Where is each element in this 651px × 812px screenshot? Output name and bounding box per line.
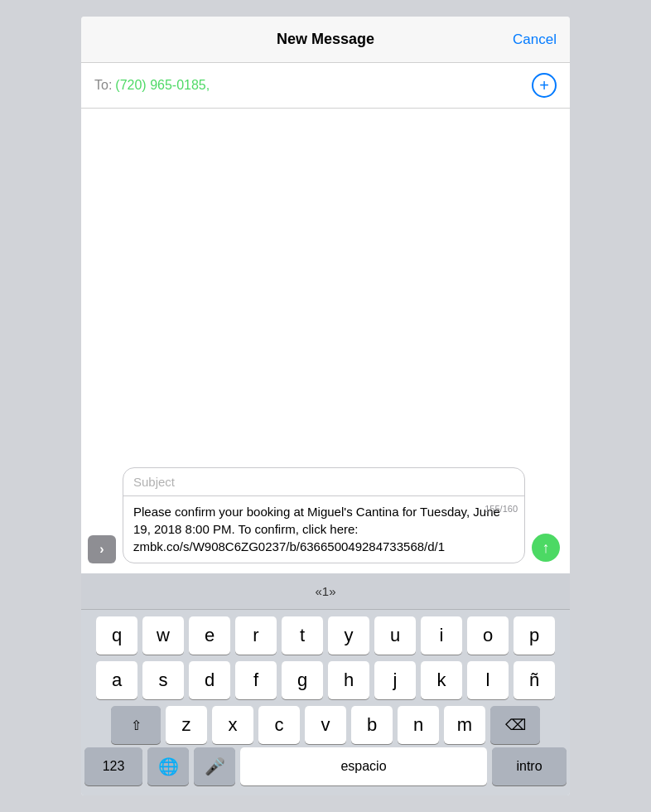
add-recipient-button[interactable]: + (532, 73, 557, 98)
char-count: 155/160 (485, 503, 518, 515)
message-text: Please confirm your booking at Miguel's … (133, 505, 500, 553)
key-z[interactable]: z (166, 706, 207, 744)
subject-field[interactable]: Subject (123, 468, 524, 496)
send-button[interactable]: ↑ (532, 534, 560, 562)
chevron-right-icon: › (99, 542, 104, 557)
key-y[interactable]: y (328, 616, 369, 655)
phone-frame: New Message Cancel To: (720) 965-0185, +… (81, 17, 570, 795)
key-m[interactable]: m (444, 706, 485, 744)
key-x[interactable]: x (212, 706, 253, 744)
key-a[interactable]: a (96, 661, 137, 699)
key-e[interactable]: e (189, 616, 230, 655)
expand-button[interactable]: › (88, 535, 116, 563)
mic-key[interactable]: 🎤 (194, 747, 235, 785)
key-u[interactable]: u (374, 616, 416, 655)
key-q[interactable]: q (96, 616, 137, 655)
page-title: New Message (277, 31, 374, 48)
key-n[interactable]: n (398, 706, 439, 744)
key-r[interactable]: r (235, 616, 277, 655)
key-s[interactable]: s (142, 661, 184, 699)
keyboard: «1» q w e r t y u i o p a s d f g (81, 573, 570, 795)
message-text-area[interactable]: Please confirm your booking at Miguel's … (123, 496, 524, 563)
key-w[interactable]: w (142, 616, 184, 655)
key-row-1: q w e r t y u i o p (84, 616, 567, 655)
space-key[interactable]: espacio (240, 747, 487, 785)
key-l[interactable]: l (467, 661, 509, 699)
return-key[interactable]: intro (492, 747, 567, 785)
key-k[interactable]: k (421, 661, 462, 699)
delete-key[interactable]: ⌫ (490, 706, 540, 744)
key-c[interactable]: c (258, 706, 300, 744)
cancel-button[interactable]: Cancel (513, 31, 557, 48)
message-input-wrapper: Subject Please confirm your booking at M… (123, 467, 525, 563)
header: New Message Cancel (81, 17, 570, 63)
key-g[interactable]: g (282, 661, 323, 699)
key-b[interactable]: b (351, 706, 393, 744)
send-icon: ↑ (542, 540, 550, 555)
to-field: To: (720) 965-0185, + (81, 63, 570, 109)
key-p[interactable]: p (514, 616, 555, 655)
key-t[interactable]: t (282, 616, 323, 655)
recipient-number: (720) 965-0185, (115, 78, 210, 93)
key-rows: q w e r t y u i o p a s d f g h j k (81, 610, 570, 747)
bottom-row: 123 🌐 🎤 espacio intro (81, 747, 570, 792)
key-d[interactable]: d (189, 661, 230, 699)
shift-key[interactable]: ⇧ (111, 706, 161, 744)
key-i[interactable]: i (421, 616, 462, 655)
key-row-3: ⇧ z x c v b n m ⌫ (84, 706, 567, 744)
toolbar-text: «1» (315, 584, 335, 598)
key-row-2: a s d f g h j k l ñ (84, 661, 567, 699)
key-j[interactable]: j (374, 661, 416, 699)
key-v[interactable]: v (305, 706, 346, 744)
keyboard-toolbar: «1» (81, 573, 570, 610)
compose-area: › Subject Please confirm your booking at… (81, 457, 570, 573)
key-h[interactable]: h (328, 661, 369, 699)
key-n-tilde[interactable]: ñ (514, 661, 555, 699)
key-o[interactable]: o (467, 616, 509, 655)
globe-key[interactable]: 🌐 (147, 747, 189, 785)
message-body: › Subject Please confirm your booking at… (81, 109, 570, 573)
numbers-key[interactable]: 123 (84, 747, 142, 785)
to-label: To: (94, 78, 112, 93)
key-f[interactable]: f (235, 661, 277, 699)
